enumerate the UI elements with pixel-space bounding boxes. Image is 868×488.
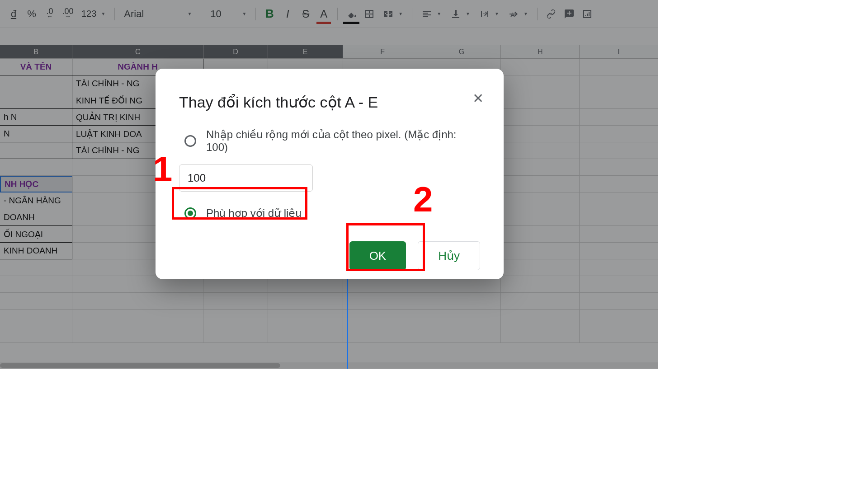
resize-columns-dialog: ✕ Thay đổi kích thước cột A - E Nhập chi…: [156, 69, 504, 279]
dialog-title: Thay đổi kích thước cột A - E: [179, 93, 480, 111]
dialog-button-row: OK Hủy: [179, 241, 480, 270]
radio-fit-to-data[interactable]: Phù hợp với dữ liệu: [179, 205, 480, 221]
radio-fit-label: Phù hợp với dữ liệu: [206, 207, 302, 220]
radio-enter-pixel-width[interactable]: Nhập chiều rộng mới của cột theo pixel. …: [179, 127, 480, 155]
dialog-close-button[interactable]: ✕: [472, 90, 484, 106]
radio-selected-icon: [184, 207, 196, 219]
ok-button[interactable]: OK: [349, 241, 406, 270]
cancel-button[interactable]: Hủy: [418, 241, 480, 270]
radio-pixel-label: Nhập chiều rộng mới của cột theo pixel. …: [206, 128, 476, 154]
pixel-width-input[interactable]: [179, 164, 313, 192]
radio-unselected-icon: [184, 135, 196, 147]
